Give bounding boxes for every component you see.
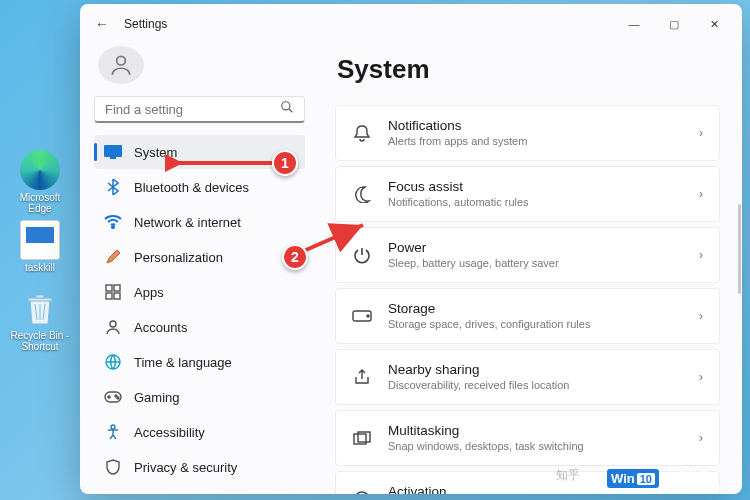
- card-title: Notifications: [388, 118, 683, 134]
- avatar[interactable]: [98, 46, 144, 84]
- chevron-right-icon: ›: [699, 126, 703, 140]
- scrollbar[interactable]: [738, 204, 741, 294]
- svg-point-12: [115, 395, 117, 397]
- svg-point-0: [117, 56, 126, 65]
- gaming-icon: [104, 388, 122, 406]
- svg-point-14: [111, 425, 115, 429]
- watermark-logo: Win10: [607, 469, 659, 488]
- nav-label: Time & language: [134, 355, 232, 370]
- system-icon: [104, 143, 122, 161]
- nav-label: Personalization: [134, 250, 223, 265]
- svg-point-9: [110, 321, 116, 327]
- edge-icon: [20, 150, 60, 190]
- settings-list: NotificationsAlerts from apps and system…: [335, 105, 720, 494]
- desktop-icon-taskkill[interactable]: taskkill: [10, 220, 70, 273]
- callout-2: 2: [282, 244, 308, 270]
- chevron-right-icon: ›: [699, 492, 703, 494]
- nav-item-apps[interactable]: Apps: [94, 275, 305, 309]
- chevron-right-icon: ›: [699, 248, 703, 262]
- svg-rect-7: [106, 293, 112, 299]
- card-sub: Sleep, battery usage, battery saver: [388, 257, 683, 270]
- nav-item-accounts[interactable]: Accounts: [94, 310, 305, 344]
- settings-window: ← Settings — ▢ ✕ System Bluetooth & d: [80, 4, 742, 494]
- wifi-icon: [104, 213, 122, 231]
- card-title: Focus assist: [388, 179, 683, 195]
- card-nearby-sharing[interactable]: Nearby sharingDiscoverability, received …: [335, 349, 720, 405]
- svg-point-19: [355, 492, 369, 494]
- power-icon: [352, 245, 372, 265]
- bluetooth-icon: [104, 178, 122, 196]
- svg-rect-6: [114, 285, 120, 291]
- nav-item-gaming[interactable]: Gaming: [94, 380, 305, 414]
- card-sub: Notifications, automatic rules: [388, 196, 683, 209]
- desktop-icon-recycle-bin[interactable]: Recycle Bin - Shortcut: [10, 288, 70, 352]
- minimize-button[interactable]: —: [614, 9, 654, 39]
- svg-rect-8: [114, 293, 120, 299]
- page-title: System: [337, 54, 720, 85]
- titlebar[interactable]: ← Settings — ▢ ✕: [80, 4, 742, 44]
- storage-icon: [352, 306, 372, 326]
- main-panel: System NotificationsAlerts from apps and…: [315, 44, 742, 494]
- svg-rect-3: [110, 157, 116, 159]
- nav-label: Gaming: [134, 390, 180, 405]
- chevron-right-icon: ›: [699, 309, 703, 323]
- person-icon: [104, 318, 122, 336]
- card-focus-assist[interactable]: Focus assistNotifications, automatic rul…: [335, 166, 720, 222]
- card-title: Multitasking: [388, 423, 683, 439]
- moon-icon: [352, 184, 372, 204]
- nav-item-privacy[interactable]: Privacy & security: [94, 450, 305, 484]
- nav-item-personalization[interactable]: Personalization: [94, 240, 305, 274]
- share-icon: [352, 367, 372, 387]
- brush-icon: [104, 248, 122, 266]
- svg-point-13: [117, 397, 119, 399]
- chevron-right-icon: ›: [699, 187, 703, 201]
- card-power[interactable]: PowerSleep, battery usage, battery saver…: [335, 227, 720, 283]
- card-sub: Alerts from apps and system: [388, 135, 683, 148]
- nav-item-accessibility[interactable]: Accessibility: [94, 415, 305, 449]
- search-input[interactable]: [105, 102, 280, 117]
- search-icon: [280, 100, 294, 118]
- card-sub: Discoverability, received files location: [388, 379, 683, 392]
- nav-label: Apps: [134, 285, 164, 300]
- nav-label: Accessibility: [134, 425, 205, 440]
- sidebar: System Bluetooth & devices Network & int…: [80, 44, 315, 494]
- nav-item-time-language[interactable]: Time & language: [94, 345, 305, 379]
- check-icon: [352, 489, 372, 494]
- close-button[interactable]: ✕: [694, 9, 734, 39]
- nav-label: Network & internet: [134, 215, 241, 230]
- desktop-icon-label: taskkill: [10, 262, 70, 273]
- file-icon: [20, 220, 60, 260]
- watermark: Win10 系统家园www.qdhuajin.com: [607, 465, 740, 492]
- multitask-icon: [352, 428, 372, 448]
- chevron-right-icon: ›: [699, 431, 703, 445]
- bell-icon: [352, 123, 372, 143]
- card-storage[interactable]: StorageStorage space, drives, configurat…: [335, 288, 720, 344]
- card-title: Power: [388, 240, 683, 256]
- shield-icon: [104, 458, 122, 476]
- back-button[interactable]: ←: [88, 10, 116, 38]
- recycle-bin-icon: [20, 288, 60, 328]
- search-box[interactable]: [94, 96, 305, 123]
- desktop-icon-edge[interactable]: Microsoft Edge: [10, 150, 70, 214]
- card-title: Storage: [388, 301, 683, 317]
- desktop-icon-label: Microsoft Edge: [10, 192, 70, 214]
- card-title: Nearby sharing: [388, 362, 683, 378]
- nav-label: Accounts: [134, 320, 187, 335]
- svg-point-16: [367, 315, 369, 317]
- maximize-button[interactable]: ▢: [654, 9, 694, 39]
- nav-list: System Bluetooth & devices Network & int…: [94, 135, 305, 484]
- accessibility-icon: [104, 423, 122, 441]
- chevron-right-icon: ›: [699, 370, 703, 384]
- card-notifications[interactable]: NotificationsAlerts from apps and system…: [335, 105, 720, 161]
- apps-icon: [104, 283, 122, 301]
- nav-label: System: [134, 145, 177, 160]
- card-multitasking[interactable]: MultitaskingSnap windows, desktops, task…: [335, 410, 720, 466]
- nav-label: Privacy & security: [134, 460, 237, 475]
- watermark-zhihu: 知乎: [556, 467, 580, 484]
- nav-item-network[interactable]: Network & internet: [94, 205, 305, 239]
- globe-icon: [104, 353, 122, 371]
- svg-rect-2: [104, 145, 122, 157]
- nav-item-bluetooth[interactable]: Bluetooth & devices: [94, 170, 305, 204]
- callout-1: 1: [272, 150, 298, 176]
- svg-rect-5: [106, 285, 112, 291]
